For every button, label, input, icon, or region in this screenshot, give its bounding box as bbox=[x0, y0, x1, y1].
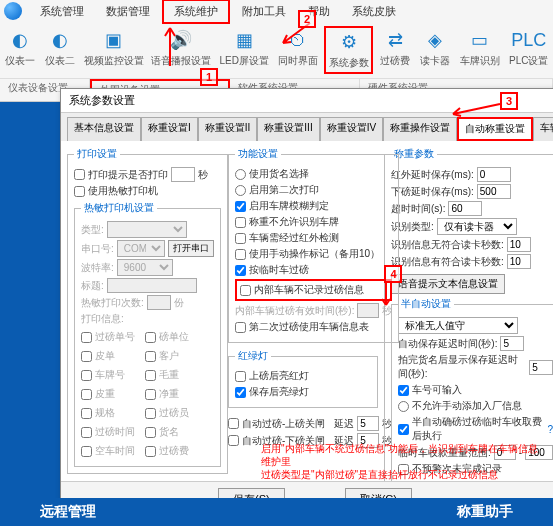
tab-7[interactable]: 车辆信息维护设置 bbox=[533, 117, 553, 141]
tool-读卡器[interactable]: ◈读卡器 bbox=[417, 26, 453, 74]
chk-f7[interactable] bbox=[235, 265, 246, 276]
tool-车牌识别[interactable]: ▭车牌识别 bbox=[457, 26, 502, 74]
chk-col[interactable] bbox=[145, 370, 156, 381]
sel-baud[interactable]: 9600 bbox=[117, 259, 173, 276]
chk-c5[interactable] bbox=[228, 435, 239, 446]
rad-f1[interactable] bbox=[235, 169, 246, 180]
rad-s5[interactable] bbox=[398, 401, 409, 412]
chk-internal-vehicle[interactable] bbox=[240, 285, 251, 296]
bottom-right[interactable]: 称重助手 bbox=[457, 503, 513, 521]
chk-c4[interactable] bbox=[228, 418, 239, 429]
tool-视频监控设置[interactable]: ▣视频监控设置 bbox=[82, 26, 146, 74]
inp-w5[interactable] bbox=[507, 237, 531, 252]
tool-仪表二[interactable]: ◐仪表二 bbox=[42, 26, 78, 74]
sel-w4[interactable]: 仅有读卡器 bbox=[437, 218, 517, 235]
chk-col[interactable] bbox=[81, 332, 92, 343]
inp-title[interactable] bbox=[107, 278, 197, 293]
lbl: 内部车辆不记录过磅信息 bbox=[254, 283, 364, 297]
menubar: 系统管理数据管理系统维护附加工具帮助系统皮肤 bbox=[0, 0, 553, 22]
menu-0[interactable]: 系统管理 bbox=[30, 1, 94, 22]
inp-w2[interactable] bbox=[477, 184, 511, 199]
chk-col[interactable] bbox=[145, 351, 156, 362]
chk-col[interactable] bbox=[81, 351, 92, 362]
lbl: 识别信息无符合读卡秒数: bbox=[391, 238, 504, 252]
tool-仪表一[interactable]: ◐仪表一 bbox=[2, 26, 38, 74]
lbl: 使用热敏打印机 bbox=[88, 184, 158, 198]
chk-l2[interactable] bbox=[235, 387, 246, 398]
sel-com[interactable]: COM2 bbox=[117, 240, 165, 257]
ribbon: 系统管理数据管理系统维护附加工具帮助系统皮肤 ◐仪表一◐仪表二▣视频监控设置🔊语… bbox=[0, 0, 553, 102]
inp-s2[interactable] bbox=[500, 336, 524, 351]
tab-1[interactable]: 称重设置I bbox=[141, 117, 198, 141]
menu-1[interactable]: 数据管理 bbox=[96, 1, 160, 22]
chk-f3[interactable] bbox=[235, 201, 246, 212]
tab-2[interactable]: 称重设置II bbox=[198, 117, 258, 141]
lbl: 按临时车过磅 bbox=[249, 263, 309, 277]
chk-s6[interactable] bbox=[398, 424, 409, 435]
chk-f10[interactable] bbox=[235, 322, 246, 333]
lbl: 下磅延时保存(ms): bbox=[391, 185, 474, 199]
sel-type[interactable] bbox=[107, 221, 187, 238]
inp-f9[interactable] bbox=[357, 303, 379, 318]
chk-col[interactable] bbox=[81, 370, 92, 381]
tool-语音播报设置[interactable]: 🔊语音播报设置 bbox=[150, 26, 214, 74]
menu-3[interactable]: 附加工具 bbox=[232, 1, 296, 22]
chk-col[interactable] bbox=[145, 332, 156, 343]
tool-系统参数[interactable]: ⚙系统参数 bbox=[324, 26, 373, 74]
tab-5[interactable]: 称重操作设置 bbox=[383, 117, 457, 141]
inp-copies[interactable] bbox=[147, 295, 171, 310]
lbl: 上磅后亮红灯 bbox=[249, 369, 309, 383]
chk-col[interactable] bbox=[81, 389, 92, 400]
chk-col[interactable] bbox=[81, 408, 92, 419]
lbl: 过磅时间 bbox=[95, 425, 135, 439]
chk-col[interactable] bbox=[145, 389, 156, 400]
lbl: 不允许手动添加入厂信息 bbox=[412, 399, 522, 413]
chk-l1[interactable] bbox=[235, 371, 246, 382]
inp-c4[interactable] bbox=[357, 416, 379, 431]
sel-s1[interactable]: 标准无人值守 bbox=[398, 317, 518, 334]
chk-col[interactable] bbox=[81, 427, 92, 438]
tool-icon: ⚙ bbox=[337, 30, 361, 54]
chk-print-prompt[interactable] bbox=[74, 169, 85, 180]
inp-w3[interactable] bbox=[448, 201, 482, 216]
chk-f5[interactable] bbox=[235, 233, 246, 244]
chk-col[interactable] bbox=[145, 408, 156, 419]
inp-w6[interactable] bbox=[507, 254, 531, 269]
bottom-left[interactable]: 远程管理 bbox=[40, 503, 96, 521]
tab-6[interactable]: 自动称重设置 bbox=[457, 117, 533, 141]
chk-col[interactable] bbox=[145, 427, 156, 438]
lbl: 拍完货名后显示保存延迟时间(秒): bbox=[398, 353, 526, 381]
chk-col[interactable] bbox=[81, 446, 92, 457]
menu-2[interactable]: 系统维护 bbox=[162, 0, 230, 24]
tab-0[interactable]: 基本信息设置 bbox=[67, 117, 141, 141]
tool-过磅费[interactable]: ⇄过磅费 bbox=[377, 26, 413, 74]
rad-f2[interactable] bbox=[235, 185, 246, 196]
tool-LED屏设置[interactable]: ▦LED屏设置 bbox=[217, 26, 271, 74]
btn-voice[interactable]: 语音提示文本信息设置 bbox=[391, 274, 505, 294]
lbl: 秒 bbox=[382, 304, 392, 318]
chk-thermal[interactable] bbox=[74, 186, 85, 197]
lbl: 份 bbox=[174, 296, 184, 310]
tool-label: PLC设置 bbox=[509, 54, 548, 68]
chk-s4[interactable] bbox=[398, 385, 409, 396]
app-logo bbox=[4, 2, 22, 20]
chk-col[interactable] bbox=[145, 446, 156, 457]
lbl: 使用手动操作标记（备用10） bbox=[249, 247, 380, 261]
system-params-dialog: 系统参数设置 基本信息设置称重设置I称重设置II称重设置III称重设置IV称重操… bbox=[60, 88, 553, 518]
callout-3: 3 bbox=[500, 92, 518, 110]
tool-同时界面[interactable]: ⏲同时界面 bbox=[275, 26, 320, 74]
inp-print-sec[interactable] bbox=[171, 167, 195, 182]
tool-PLC设置[interactable]: PLCPLC设置 bbox=[506, 26, 551, 74]
inp-w1[interactable] bbox=[477, 167, 511, 182]
lbl: 使用货名选择 bbox=[249, 167, 309, 181]
inp-s3[interactable] bbox=[529, 360, 553, 375]
tool-label: 仪表二 bbox=[45, 54, 75, 68]
tab-4[interactable]: 称重设置IV bbox=[320, 117, 383, 141]
btn-open-port[interactable]: 打开串口 bbox=[168, 240, 214, 257]
tab-3[interactable]: 称重设置III bbox=[257, 117, 319, 141]
help-icon[interactable]: ? bbox=[548, 424, 553, 435]
menu-5[interactable]: 系统皮肤 bbox=[342, 1, 406, 22]
lbl: 毛重 bbox=[159, 368, 179, 382]
chk-f6[interactable] bbox=[235, 249, 246, 260]
chk-f4[interactable] bbox=[235, 217, 246, 228]
